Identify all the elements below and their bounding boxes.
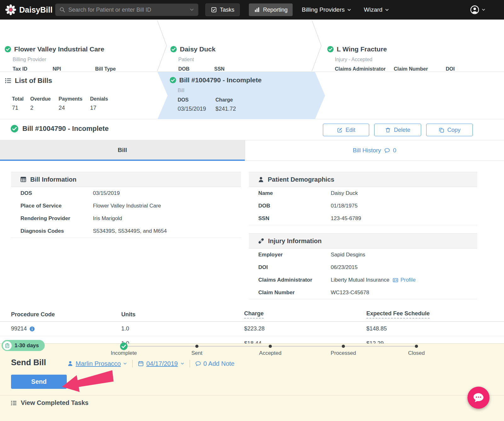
- view-completed-tasks-link[interactable]: View Completed Tasks: [10, 399, 89, 406]
- chat-fab-button[interactable]: [467, 387, 490, 409]
- col-units: Units: [121, 307, 135, 321]
- row-employer: Employer Sapid Desgins: [249, 249, 477, 261]
- row-name: Name Daisy Duck: [249, 187, 477, 200]
- col-procedure-code: Procedure Code: [11, 307, 55, 321]
- app: DaisyBill Tasks Reporting Billing Provid…: [0, 0, 504, 421]
- provider-title: Flower Valley Industrial Care: [14, 45, 104, 53]
- add-note-link[interactable]: 0 Add Note: [195, 360, 235, 367]
- list-of-bills-link[interactable]: List of Bills: [4, 77, 52, 85]
- send-bill-meta: Marlin Prosacco 04/17/2019 0 Add Note: [67, 359, 234, 368]
- bills-breadcrumb-row: List of Bills Total 71 Overdue 2 Payment…: [0, 72, 504, 119]
- bills-payments: Payments 24: [59, 96, 83, 111]
- row-diagnosis-codes: Diagnosis Codes S53439S, S53449S, and M6…: [11, 225, 241, 237]
- patient-demographics-header: Patient Demographics: [249, 172, 477, 187]
- send-bill-title: Send Bill: [11, 358, 46, 367]
- patient-subtitle: Patient: [178, 57, 194, 62]
- chevron-down-icon: [481, 8, 486, 12]
- global-search[interactable]: [55, 3, 198, 16]
- billing-providers-label: Billing Providers: [302, 6, 345, 13]
- chevron-down-icon: [385, 8, 389, 12]
- row-claim-number: Claim Number WC123-C45678: [249, 286, 477, 299]
- procedure-table-header: Procedure Code Units Charge Expected Fee…: [0, 307, 504, 322]
- annotation-arrow: [58, 365, 118, 400]
- bill-title-row: Bill #1004790 - Incomplete: [10, 125, 109, 133]
- breadcrumb-current-bill[interactable]: Bill #1004790 - Incomplete Bill DOS 03/1…: [158, 72, 325, 119]
- person-icon: [258, 176, 264, 183]
- bill-crumb-charge: Charge $241.72: [215, 97, 236, 112]
- breadcrumb-provider[interactable]: Flower Valley Industrial Care: [4, 45, 104, 53]
- step-label-accepted: Accepted: [248, 350, 292, 356]
- breadcrumb-injury[interactable]: L Wing Fracture: [327, 45, 387, 53]
- breadcrumb-patient[interactable]: Daisy Duck: [170, 45, 215, 53]
- delete-button[interactable]: Delete: [374, 124, 421, 136]
- bar-chart-icon: [254, 7, 260, 13]
- assignee-dropdown[interactable]: Marlin Prosacco: [67, 360, 127, 367]
- edit-icon: [337, 127, 343, 133]
- injury-information-panel: Injury Information Employer Sapid Desgin…: [249, 233, 477, 299]
- row-dob: DOB 01/18/1975: [249, 200, 477, 212]
- col-charge: Charge: [244, 307, 264, 321]
- wizard-label: Wizard: [364, 6, 382, 13]
- bill-information-header: Bill Information: [11, 172, 241, 187]
- provider-subtitle: Billing Provider: [13, 57, 46, 62]
- wizard-menu[interactable]: Wizard: [364, 0, 389, 20]
- bills-denials: Denials 17: [90, 96, 108, 111]
- step-incomplete-check-icon: [120, 342, 128, 350]
- bill-tab-content: Bill Information DOS 03/15/2019 Place of…: [0, 161, 504, 307]
- bills-overdue: Overdue 2: [30, 96, 51, 111]
- injury-title: L Wing Fracture: [337, 45, 387, 53]
- billing-providers-menu[interactable]: Billing Providers: [302, 0, 352, 20]
- step-label-sent: Sent: [175, 350, 219, 356]
- context-breadcrumbs: Flower Valley Industrial Care Billing Pr…: [0, 20, 504, 72]
- step-dot-closed: [415, 345, 418, 348]
- step-label-processed: Processed: [321, 350, 365, 356]
- search-icon: [59, 7, 66, 13]
- claims-admin-profile-link[interactable]: Profile: [392, 277, 415, 283]
- check-circle-icon: [170, 46, 177, 53]
- row-place-of-service: Place of Service Flower Valley Industria…: [11, 200, 241, 212]
- tab-bill-history[interactable]: Bill History 0: [245, 140, 504, 161]
- injury-information-header: Injury Information: [249, 233, 477, 249]
- bill-crumb-title: Bill #1004790 - Incomplete: [179, 76, 261, 84]
- check-circle-icon: [327, 46, 334, 53]
- patient-demographics-panel: Patient Demographics Name Daisy Duck DOB…: [249, 172, 477, 225]
- chevron-down-icon: [347, 8, 352, 12]
- injury-subtitle: Injury - Accepted: [335, 57, 372, 62]
- bill-crumb-subtitle: Bill: [178, 88, 184, 93]
- trash-icon: [385, 127, 391, 133]
- copy-icon: [438, 127, 444, 133]
- step-dot-accepted: [269, 345, 272, 348]
- check-circle-icon: [4, 46, 11, 53]
- step-label-closed: Closed: [394, 350, 438, 356]
- check-circle-icon: [10, 125, 19, 133]
- list-icon: [4, 77, 12, 85]
- list-of-bills-title: List of Bills: [15, 77, 52, 85]
- top-nav: DaisyBill Tasks Reporting Billing Provid…: [0, 0, 504, 20]
- copy-button[interactable]: Copy: [426, 124, 473, 136]
- row-claims-administrator: Claims Administrator Liberty Mutual Insu…: [249, 274, 477, 286]
- tab-bill[interactable]: Bill: [0, 140, 245, 161]
- bill-crumb-dos: DOS 03/15/2019: [178, 97, 206, 112]
- edit-button[interactable]: Edit: [323, 124, 369, 136]
- tasks-button[interactable]: Tasks: [205, 3, 240, 16]
- chevron-down-icon[interactable]: [189, 7, 194, 12]
- search-input[interactable]: [68, 7, 186, 13]
- reporting-button[interactable]: Reporting: [249, 3, 293, 16]
- row-doi: DOI 06/23/2015: [249, 261, 477, 274]
- task-age-badge: 1-30 days: [2, 340, 45, 351]
- chevron-down-icon: [180, 361, 185, 366]
- row-ssn: SSN 123-45-6789: [249, 212, 477, 225]
- info-icon[interactable]: [29, 326, 35, 332]
- date-dropdown[interactable]: 04/17/2019: [138, 360, 184, 367]
- brand[interactable]: DaisyBill: [5, 0, 53, 20]
- account-menu[interactable]: [470, 0, 486, 20]
- send-bill-task-panel: 1-30 days Incomplete Sent Accepted Proce…: [0, 343, 504, 421]
- bandage-icon: [258, 237, 265, 244]
- step-dot-sent: [195, 345, 198, 348]
- table-icon: [20, 176, 27, 183]
- chat-icon: [472, 391, 485, 404]
- tasks-label: Tasks: [220, 7, 234, 13]
- chevron-separator: [157, 20, 168, 72]
- speech-bubble-icon: [195, 360, 201, 367]
- divider: [132, 360, 133, 367]
